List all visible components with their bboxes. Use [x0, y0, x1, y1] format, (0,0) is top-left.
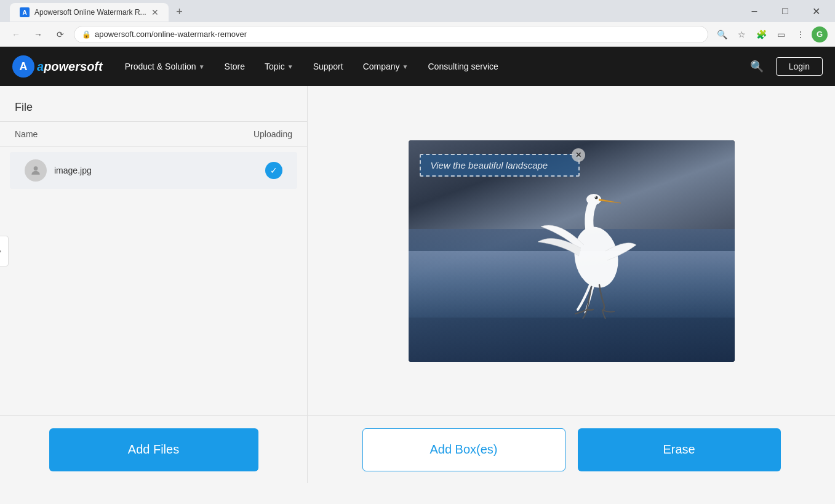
url-text: apowersoft.com/online-watermark-remover — [95, 30, 247, 39]
nav-store[interactable]: Store — [215, 47, 255, 86]
nav-items: Product & Solution ▼ Store Topic ▼ Suppo… — [115, 47, 745, 86]
watermark-close-button[interactable]: ✕ — [572, 148, 585, 162]
profile-avatar[interactable]: G — [812, 26, 828, 42]
file-avatar-icon — [25, 159, 47, 182]
file-title: File — [15, 101, 292, 114]
watermark-selection-box[interactable]: View the beautiful landscape ✕ — [420, 154, 580, 177]
chevron-down-icon: ▼ — [402, 63, 409, 70]
main-content: File Name Uploading image.jpg ✓ — [0, 86, 835, 415]
file-table-header: Name Uploading — [0, 122, 307, 147]
file-panel: File Name Uploading image.jpg ✓ — [0, 86, 308, 415]
logo[interactable]: A apowersoft — [12, 55, 103, 78]
nav-consulting[interactable]: Consulting service — [418, 47, 508, 86]
minimize-button[interactable]: – — [740, 1, 769, 21]
login-button[interactable]: Login — [776, 57, 823, 76]
chevron-down-icon: ▼ — [199, 63, 205, 70]
col-name: Name — [15, 129, 38, 139]
image-preview-panel: View the beautiful landscape ✕ — [308, 86, 835, 415]
forward-button[interactable]: → — [30, 26, 47, 43]
tab-favicon: A — [20, 7, 30, 17]
browser-tab[interactable]: A Apowersoft Online Watermark R... ✕ — [10, 3, 169, 22]
upload-complete-icon: ✓ — [265, 162, 282, 179]
logo-text: apowersoft — [37, 60, 103, 74]
file-row[interactable]: image.jpg ✓ — [10, 152, 297, 189]
nav-support[interactable]: Support — [303, 47, 353, 86]
erase-button[interactable]: Erase — [578, 428, 781, 471]
svg-point-3 — [594, 196, 597, 199]
extensions-icon[interactable]: 🧩 — [753, 26, 770, 43]
url-input[interactable]: 🔒 apowersoft.com/online-watermark-remove… — [74, 26, 708, 43]
reload-button[interactable]: ⟳ — [52, 26, 69, 43]
add-boxes-button[interactable]: Add Box(es) — [362, 428, 565, 471]
new-tab-button[interactable]: + — [171, 3, 188, 20]
watermark-text: View the beautiful landscape — [431, 160, 548, 170]
svg-point-0 — [34, 166, 38, 170]
sidebar-icon[interactable]: ▭ — [772, 26, 789, 43]
tab-close-button[interactable]: ✕ — [151, 7, 159, 17]
logo-icon: A — [12, 55, 34, 78]
back-button[interactable]: ← — [7, 26, 25, 43]
close-button[interactable]: ✕ — [802, 1, 830, 21]
add-files-button[interactable]: Add Files — [49, 428, 258, 471]
chevron-down-icon: ▼ — [287, 63, 294, 70]
lock-icon: 🔒 — [82, 30, 91, 39]
tab-title: Apowersoft Online Watermark R... — [34, 8, 146, 17]
search-icon[interactable]: 🔍 — [745, 55, 769, 78]
file-name: image.jpg — [54, 166, 258, 175]
menu-icon[interactable]: ⋮ — [792, 26, 809, 43]
bookmark-icon[interactable]: ☆ — [733, 26, 750, 43]
bottom-right-section: Add Box(es) Erase — [308, 428, 835, 471]
svg-point-4 — [595, 196, 596, 198]
bird-illustration — [535, 190, 658, 325]
image-container: View the beautiful landscape ✕ — [409, 140, 735, 362]
col-uploading: Uploading — [254, 129, 292, 139]
nav-company[interactable]: Company ▼ — [353, 47, 418, 86]
file-header: File — [0, 86, 307, 122]
bottom-toolbar: Add Files Add Box(es) Erase — [0, 415, 835, 483]
collapse-panel-button[interactable]: › — [0, 236, 9, 266]
bottom-left-section: Add Files — [0, 416, 308, 483]
navbar: A apowersoft Product & Solution ▼ Store … — [0, 47, 835, 86]
nav-product-solution[interactable]: Product & Solution ▼ — [115, 47, 215, 86]
nav-topic[interactable]: Topic ▼ — [255, 47, 303, 86]
zoom-icon[interactable]: 🔍 — [713, 26, 730, 43]
address-bar: ← → ⟳ 🔒 apowersoft.com/online-watermark-… — [0, 22, 835, 47]
maximize-button[interactable]: □ — [771, 1, 799, 21]
